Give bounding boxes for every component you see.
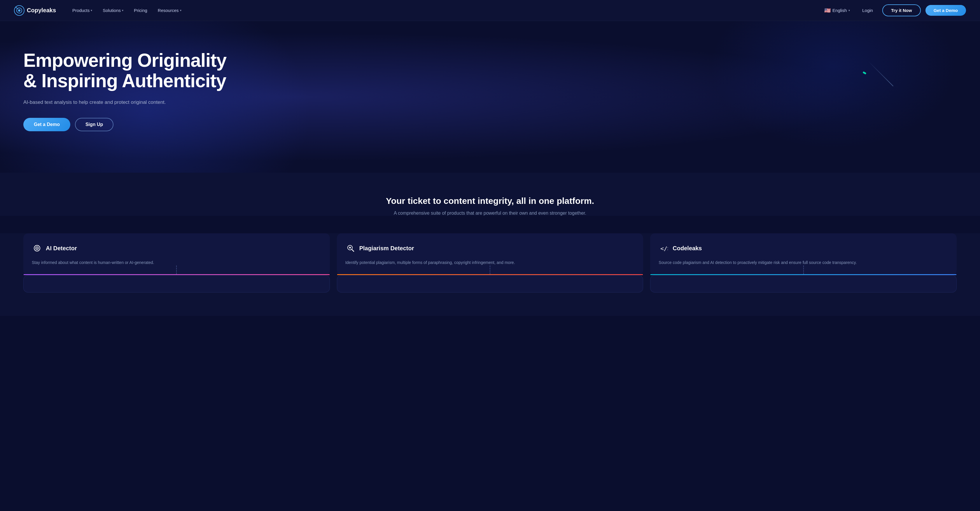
svg-line-3 [16, 7, 18, 9]
plagiarism-icon [345, 243, 356, 253]
nav-links: Products ▾ Solutions ▾ Pricing Resources… [68, 6, 821, 15]
hero-buttons: Get a Demo Sign Up [23, 118, 228, 131]
plagiarism-desc: Identify potential plagiarism, multiple … [345, 259, 635, 266]
get-demo-hero-button[interactable]: Get a Demo [23, 118, 70, 131]
bottom-card-1 [23, 275, 330, 293]
card-bottom-divider [176, 266, 177, 274]
nav-products[interactable]: Products ▾ [68, 6, 97, 15]
logo-text: Copyleaks [27, 7, 56, 14]
nav-resources[interactable]: Resources ▾ [153, 6, 186, 15]
codeleaks-title: Codeleaks [673, 245, 702, 252]
ai-detector-icon [32, 243, 42, 253]
login-button[interactable]: Login [858, 6, 878, 15]
navbar: Copyleaks Products ▾ Solutions ▾ Pricing… [0, 0, 980, 21]
svg-point-8 [349, 247, 351, 248]
ai-detector-title: AI Detector [46, 245, 77, 252]
hero-subtitle: AI-based text analysis to help create an… [23, 98, 228, 106]
integrity-section: Your ticket to content integrity, all in… [0, 173, 980, 216]
products-grid: AI Detector Stay informed about what con… [0, 233, 980, 275]
chevron-down-icon: ▾ [848, 9, 850, 12]
plagiarism-detector-card[interactable]: Plagiarism Detector Identify potential p… [337, 233, 643, 275]
nav-pricing[interactable]: Pricing [129, 6, 152, 15]
codeleaks-icon: </> [659, 243, 669, 253]
nav-right: 🇺🇸 English ▾ Login Try it Now Get a Demo [821, 4, 966, 16]
hero-title: Empowering Originality & Inspiring Authe… [23, 50, 228, 91]
chevron-down-icon: ▾ [180, 9, 181, 12]
logo[interactable]: Copyleaks [14, 5, 56, 16]
svg-text:</>: </> [660, 245, 668, 252]
decorative-line [868, 61, 893, 86]
codeleaks-card[interactable]: </> Codeleaks Source code plagiarism and… [650, 233, 957, 275]
bottom-card-2 [337, 275, 643, 293]
flag-icon: 🇺🇸 [824, 7, 830, 14]
svg-point-2 [18, 10, 21, 12]
plagiarism-title: Plagiarism Detector [360, 245, 414, 252]
card-bottom-divider [803, 266, 804, 274]
card-header: Plagiarism Detector [345, 243, 635, 253]
card-bottom-divider [490, 266, 490, 274]
bottom-card-3 [650, 275, 957, 293]
chevron-down-icon: ▾ [122, 9, 123, 12]
bottom-cards-row [0, 275, 980, 316]
svg-line-9 [352, 249, 354, 252]
card-header: </> Codeleaks [659, 243, 948, 253]
codeleaks-desc: Source code plagiarism and AI detection … [659, 259, 948, 266]
integrity-subtitle: A comprehensive suite of products that a… [23, 210, 957, 216]
card-header: AI Detector [32, 243, 321, 253]
ai-detector-desc: Stay informed about what content is huma… [32, 259, 321, 266]
try-it-now-button[interactable]: Try it Now [882, 4, 921, 16]
get-demo-nav-button[interactable]: Get a Demo [926, 5, 966, 16]
decorative-dot [862, 71, 866, 74]
hero-section: Empowering Originality & Inspiring Authe… [0, 21, 980, 173]
ai-detector-card[interactable]: AI Detector Stay informed about what con… [23, 233, 330, 275]
chevron-down-icon: ▾ [91, 9, 92, 12]
sign-up-button[interactable]: Sign Up [75, 118, 113, 131]
hero-content: Empowering Originality & Inspiring Authe… [23, 50, 228, 131]
language-selector[interactable]: 🇺🇸 English ▾ [821, 6, 853, 16]
svg-point-6 [37, 248, 38, 249]
integrity-title: Your ticket to content integrity, all in… [23, 196, 957, 206]
nav-solutions[interactable]: Solutions ▾ [98, 6, 128, 15]
